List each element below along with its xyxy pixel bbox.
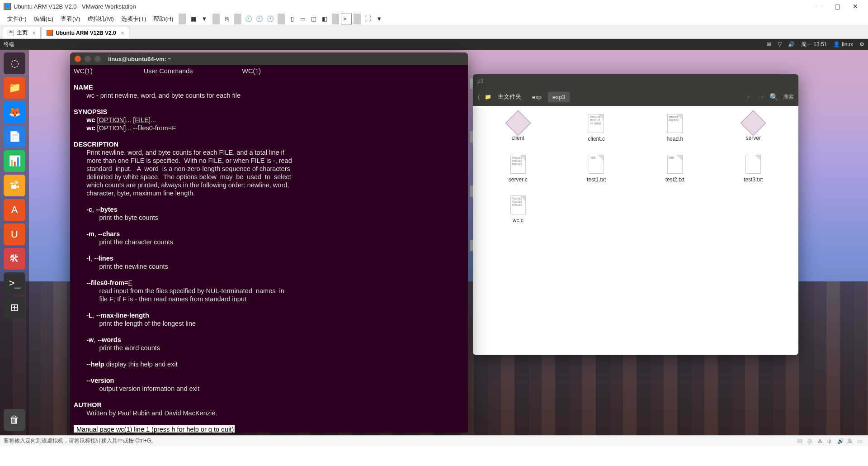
- view-console-button[interactable]: ▭: [297, 14, 308, 24]
- term-close-icon[interactable]: [75, 56, 81, 62]
- minimize-button[interactable]: —: [810, 0, 828, 13]
- vmware-tabstrip: 主页 × Ubuntu ARM V12B V2.0 ×: [0, 25, 868, 39]
- man-status-line: Manual page wc(1) line 1 (press h for he…: [74, 425, 235, 433]
- view-thumbnail-button[interactable]: ◧: [319, 14, 330, 24]
- home-folder-icon[interactable]: 📁: [485, 94, 491, 100]
- writer-icon[interactable]: 📄: [4, 126, 25, 147]
- file-grid: client#includ #includ int mainclient.c#i…: [473, 106, 798, 355]
- file-item[interactable]: #includ #includ #includserver.c: [481, 155, 555, 191]
- dash-icon[interactable]: ◌: [4, 52, 25, 74]
- files-launcher-icon[interactable]: 📁: [4, 77, 25, 99]
- text-file-icon: #includ #includ #includ: [510, 155, 526, 174]
- trash-icon[interactable]: 🗑: [4, 409, 25, 431]
- panel-app-title: 终端: [4, 41, 14, 48]
- vm-icon: [47, 30, 53, 36]
- snapshot-manager-button[interactable]: 🕚: [265, 14, 276, 24]
- enter-fullscreen-button[interactable]: >_: [341, 14, 352, 24]
- send-ctrlaltdel-button[interactable]: ⎘: [222, 14, 232, 24]
- ubuntu-top-panel: 终端 ✉ ▽ 🔊 周一 13:51 👤 linux ⚙: [0, 39, 868, 50]
- snapshot-revert-button[interactable]: 🕙: [254, 14, 265, 24]
- nav-left-icon[interactable]: ⟨: [477, 93, 480, 101]
- sound-indicator-icon[interactable]: 🔊: [788, 41, 795, 48]
- status-display-icon[interactable]: ▭: [857, 438, 864, 444]
- file-item[interactable]: #ifndef #definehead.h: [638, 114, 712, 150]
- calc-icon[interactable]: 📊: [4, 150, 25, 172]
- pause-button[interactable]: ▮▮: [188, 14, 198, 24]
- tab-home-close[interactable]: ×: [32, 29, 36, 37]
- menu-view[interactable]: 查看(V): [57, 15, 84, 23]
- term-maximize-icon[interactable]: [94, 56, 101, 62]
- status-printer-icon[interactable]: 🖶: [847, 438, 854, 444]
- unity-launcher: ◌ 📁 🦊 📄 📊 📽 A U 🛠 >_ ⊞ 🗑: [0, 50, 29, 435]
- impress-icon[interactable]: 📽: [4, 175, 25, 196]
- settings-icon[interactable]: 🛠: [4, 248, 25, 270]
- term-minimize-icon[interactable]: [85, 56, 91, 62]
- file-item[interactable]: server: [717, 114, 791, 150]
- menu-vm[interactable]: 虚拟机(M): [84, 15, 118, 23]
- home-icon: [8, 30, 14, 36]
- mail-indicator-icon[interactable]: ✉: [767, 41, 771, 48]
- vmware-logo-icon: [4, 3, 11, 10]
- clock-indicator[interactable]: 周一 13:51: [801, 41, 827, 48]
- amazon-icon[interactable]: A: [4, 199, 25, 221]
- file-item[interactable]: 488test1.txt: [560, 155, 634, 191]
- search-icon[interactable]: 🔍: [769, 93, 778, 101]
- terminal-titlebar[interactable]: linux@ubuntu64-vm: ~: [70, 52, 468, 65]
- close-button[interactable]: ✕: [846, 0, 864, 13]
- file-item[interactable]: #includ #includ int mainclient.c: [560, 114, 634, 150]
- stretch-button[interactable]: ⛶: [363, 14, 373, 24]
- text-file-icon: #includ #includ int main: [589, 114, 604, 133]
- menu-tabs[interactable]: 选项卡(T): [118, 15, 150, 23]
- breadcrumb: 📁 主文件夹 exp exp3: [485, 91, 570, 103]
- status-cd-icon[interactable]: ◎: [807, 438, 815, 444]
- terminal-launcher-icon[interactable]: >_: [4, 272, 25, 294]
- menu-edit[interactable]: 编辑(E): [30, 15, 57, 23]
- status-hdd-icon[interactable]: ⛁: [797, 438, 805, 444]
- view-unity-button[interactable]: ◫: [308, 14, 319, 24]
- executable-icon: [741, 110, 766, 136]
- text-file-icon: 488: [589, 155, 604, 174]
- search-label[interactable]: 搜索: [783, 93, 794, 101]
- status-net-icon[interactable]: 🖧: [817, 438, 825, 444]
- crumb-exp3[interactable]: exp3: [548, 92, 570, 102]
- file-manager-window: p3 ⟨ 📁 主文件夹 exp exp3 ← → 🔍 搜索 client#inc…: [473, 74, 798, 355]
- file-item[interactable]: 488test2.txt: [638, 155, 712, 191]
- tab-vm[interactable]: Ubuntu ARM V12B V2.0 ×: [42, 27, 129, 38]
- user-indicator[interactable]: 👤 linux: [833, 41, 853, 48]
- file-tab-inactive[interactable]: p3: [477, 78, 483, 84]
- file-label: server: [746, 135, 761, 141]
- back-arrow-icon[interactable]: ←: [746, 93, 753, 101]
- software-center-icon[interactable]: U: [4, 223, 25, 245]
- network-indicator-icon[interactable]: ▽: [778, 41, 782, 48]
- file-item[interactable]: client: [481, 114, 555, 150]
- stretch-dropdown-icon[interactable]: ▼: [373, 15, 386, 22]
- status-sound-icon[interactable]: 🔊: [837, 438, 844, 444]
- file-label: head.h: [666, 136, 683, 142]
- menu-help[interactable]: 帮助(H): [150, 15, 177, 23]
- vmware-statusbar: 要将输入定向到该虚拟机，请将鼠标指针移入其中或按 Ctrl+G。 ⛁ ◎ 🖧 ψ…: [0, 435, 868, 446]
- vmware-status-text: 要将输入定向到该虚拟机，请将鼠标指针移入其中或按 Ctrl+G。: [4, 437, 156, 445]
- crumb-exp[interactable]: exp: [528, 92, 546, 102]
- power-dropdown-icon[interactable]: ▼: [198, 15, 211, 22]
- firefox-icon[interactable]: 🦊: [4, 101, 25, 123]
- terminal-title-text: linux@ubuntu64-vm: ~: [108, 56, 171, 62]
- vmware-titlebar: Ubuntu ARM V12B V2.0 - VMware Workstatio…: [0, 0, 868, 13]
- crumb-home[interactable]: 主文件夹: [493, 91, 526, 103]
- view-single-button[interactable]: ▯: [287, 14, 297, 24]
- file-manager-tabbar: p3: [473, 74, 798, 88]
- forward-arrow-icon[interactable]: →: [758, 93, 765, 101]
- workspace-switcher-icon[interactable]: ⊞: [4, 297, 25, 319]
- terminal-window: linux@ubuntu64-vm: ~ WC(1) User Commands…: [70, 52, 468, 433]
- snapshot-button[interactable]: 🕘: [243, 14, 254, 24]
- file-item[interactable]: #includ #includ #includwc.c: [481, 195, 555, 232]
- menu-file[interactable]: 文件(F): [4, 15, 30, 23]
- file-label: test3.txt: [744, 176, 763, 183]
- file-item[interactable]: test3.txt: [717, 155, 791, 191]
- tab-vm-close[interactable]: ×: [121, 29, 124, 37]
- guest-viewport[interactable]: 终端 ✉ ▽ 🔊 周一 13:51 👤 linux ⚙ ◌ 📁 🦊 📄 📊 📽 …: [0, 39, 868, 435]
- maximize-button[interactable]: ▢: [828, 0, 846, 13]
- tab-home[interactable]: 主页 ×: [3, 27, 41, 38]
- terminal-content[interactable]: WC(1) User Commands WC(1) NAME wc - prin…: [70, 65, 468, 433]
- gear-indicator-icon[interactable]: ⚙: [859, 41, 864, 48]
- status-usb-icon[interactable]: ψ: [827, 438, 835, 444]
